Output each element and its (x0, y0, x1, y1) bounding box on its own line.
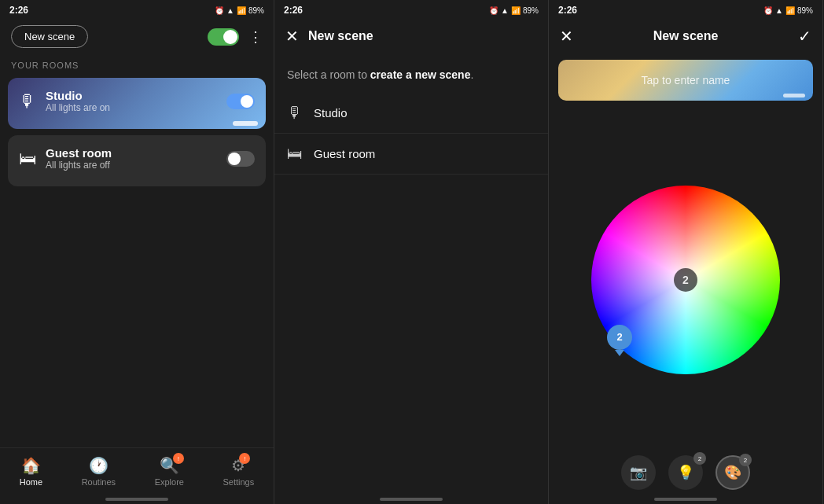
wifi-icon-2: 📶 (511, 6, 521, 15)
camera-tool[interactable]: 📷 (621, 455, 656, 490)
room-card-guest-inner: 🛏 Guest room All lights are off (8, 135, 266, 186)
routines-nav-label: Routines (82, 477, 116, 487)
room-card-studio[interactable]: 🎙 Studio All lights are on (8, 78, 266, 129)
explore-badge: ! (173, 453, 184, 464)
color-tools: 📷 💡 2 🎨 2 (549, 449, 822, 493)
panel2-title: New scene (308, 29, 373, 43)
status-icons-3: ⏰ ▲ 📶 89% (763, 6, 813, 15)
nav-explore[interactable]: 🔍 ! Explore (155, 456, 184, 487)
home-nav-icon: 🏠 (21, 456, 41, 475)
battery-icon-3: 89% (797, 6, 813, 15)
confirm-button[interactable]: ✓ (798, 27, 811, 46)
room-list-guest[interactable]: 🛏 Guest room (274, 134, 548, 175)
guest-toggle[interactable] (226, 151, 255, 167)
your-rooms-label: YOUR ROOMS (0, 54, 274, 75)
guest-name: Guest room (46, 146, 217, 160)
palette-icon: 🎨 (724, 464, 741, 481)
bulb-icon: 💡 (677, 464, 694, 481)
color-wheel-container: 2 2 (549, 109, 822, 449)
instruction-bold: create a new scene (370, 68, 471, 81)
nav-routines[interactable]: 🕐 Routines (82, 456, 116, 487)
nav-settings[interactable]: ⚙ ! Settings (223, 456, 254, 487)
close-button[interactable]: ✕ (285, 27, 299, 46)
wheel-pin-tail (615, 350, 624, 356)
battery-icon: 89% (248, 6, 264, 15)
studio-info: Studio All lights are on (46, 89, 217, 113)
studio-slider-nub (233, 121, 258, 126)
signal-icon-3: ▲ (775, 6, 783, 15)
guest-status: All lights are off (46, 160, 217, 171)
status-time-2: 2:26 (284, 5, 303, 16)
home-header: New scene ⋮ (0, 19, 274, 54)
home-indicator-1 (0, 493, 274, 504)
home-bar-1 (105, 498, 168, 501)
bottom-nav: 🏠 Home 🕐 Routines 🔍 ! Explore ⚙ ! Settin… (0, 447, 274, 493)
room-select-header: ✕ New scene (274, 19, 548, 52)
studio-list-icon: 🎙 (287, 104, 303, 122)
wheel-pin[interactable]: 2 (607, 325, 632, 355)
header-right: ⋮ (208, 28, 263, 46)
wheel-pin-circle: 2 (607, 325, 632, 350)
name-input-area[interactable]: Tap to enter name (558, 60, 813, 101)
wifi-icon-3: 📶 (785, 6, 795, 15)
palette-tool[interactable]: 🎨 2 (715, 455, 750, 490)
status-bar-1: 2:26 ⏰ ▲ 📶 89% (0, 0, 274, 19)
settings-badge-container: ⚙ ! (231, 456, 245, 475)
explore-nav-label: Explore (155, 477, 184, 487)
settings-badge: ! (239, 453, 250, 464)
status-bar-3: 2:26 ⏰ ▲ 📶 89% (549, 0, 822, 19)
alarm-icon-3: ⏰ (763, 6, 773, 15)
wifi-icon: 📶 (237, 6, 246, 15)
panel-color-picker: 2:26 ⏰ ▲ 📶 89% ✕ New scene ✓ Tap to ente… (549, 0, 823, 504)
guest-list-name: Guest room (314, 147, 375, 160)
nav-home[interactable]: 🏠 Home (20, 456, 42, 487)
close-button-3[interactable]: ✕ (560, 27, 573, 46)
camera-icon: 📷 (630, 464, 647, 481)
settings-nav-label: Settings (223, 477, 254, 487)
new-scene-button[interactable]: New scene (11, 25, 88, 48)
room-card-guest[interactable]: 🛏 Guest room All lights are off (8, 135, 266, 186)
status-time-3: 2:26 (558, 5, 577, 16)
home-indicator-3 (549, 493, 822, 504)
battery-icon-2: 89% (523, 6, 539, 15)
explore-badge-container: 🔍 ! (160, 456, 179, 475)
guest-icon: 🛏 (19, 149, 36, 169)
guest-list-icon: 🛏 (287, 145, 303, 163)
select-instruction: Select a room to create a new scene. (274, 52, 548, 93)
bulb-tool[interactable]: 💡 2 (668, 455, 703, 490)
panel3-title: New scene (653, 29, 719, 43)
home-indicator-2 (274, 493, 548, 504)
signal-icon-2: ▲ (501, 6, 509, 15)
room-list-studio[interactable]: 🎙 Studio (274, 93, 548, 134)
studio-toggle[interactable] (226, 94, 255, 109)
wheel-center-badge: 2 (674, 268, 697, 292)
panel-room-select: 2:26 ⏰ ▲ 📶 89% ✕ New scene Select a room… (274, 0, 549, 504)
alarm-icon-2: ⏰ (489, 6, 498, 15)
home-nav-label: Home (20, 477, 42, 487)
name-placeholder: Tap to enter name (642, 74, 730, 86)
routines-nav-icon: 🕐 (89, 456, 109, 475)
main-toggle[interactable] (208, 28, 239, 46)
color-picker-header: ✕ New scene ✓ (549, 19, 822, 52)
studio-list-name: Studio (314, 106, 348, 120)
panel-home: 2:26 ⏰ ▲ 📶 89% New scene ⋮ YOUR ROOMS 🎙 … (0, 0, 274, 504)
name-slider-nub (783, 94, 805, 97)
status-time-1: 2:26 (9, 5, 28, 16)
status-icons-1: ⏰ ▲ 📶 89% (215, 6, 264, 15)
instruction-end: . (470, 68, 473, 81)
instruction-plain: Select a room to (287, 68, 370, 81)
alarm-icon: ⏰ (215, 6, 224, 15)
palette-badge: 2 (739, 454, 752, 466)
studio-status: All lights are on (46, 102, 217, 113)
home-bar-3 (654, 498, 717, 501)
home-bar-2 (380, 498, 443, 501)
bulb-badge: 2 (693, 452, 706, 465)
room-card-studio-inner: 🎙 Studio All lights are on (8, 78, 266, 129)
studio-icon: 🎙 (19, 91, 36, 112)
signal-icon: ▲ (226, 6, 234, 15)
studio-name: Studio (46, 89, 217, 102)
dots-menu[interactable]: ⋮ (248, 28, 263, 46)
status-bar-2: 2:26 ⏰ ▲ 📶 89% (274, 0, 548, 19)
guest-info: Guest room All lights are off (46, 146, 217, 171)
color-wheel[interactable]: 2 2 (591, 186, 780, 374)
